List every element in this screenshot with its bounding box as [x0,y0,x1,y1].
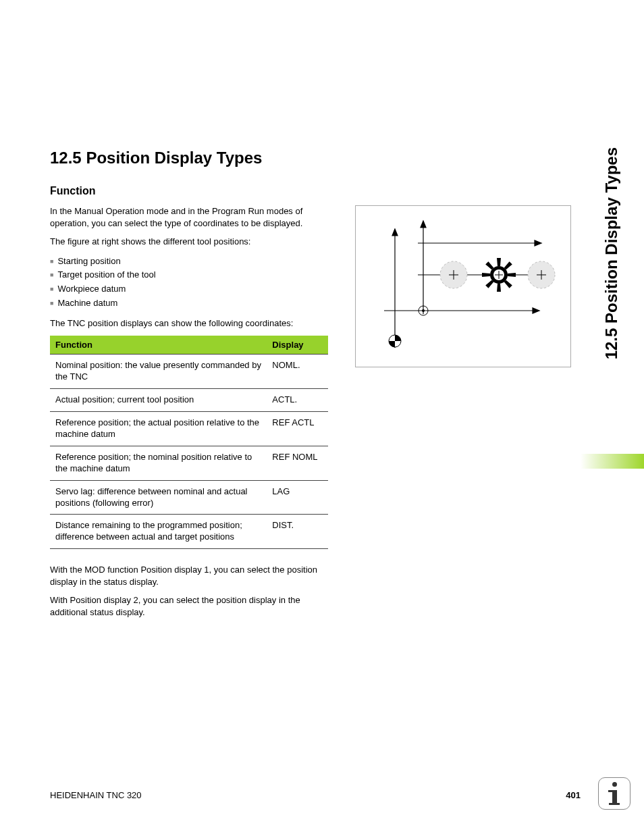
section-heading: 12.5 Position Display Types [50,149,590,167]
closing-paragraph-1: With the MOD function Position display 1… [50,564,328,588]
table-row: Nominal position: the value presently co… [50,355,328,389]
cell-function: Distance remaining to the programmed pos… [50,515,267,549]
list-item: Workpiece datum [50,282,328,296]
intro-paragraph-1: In the Manual Operation mode and in the … [50,205,328,229]
svg-marker-1 [392,229,398,236]
cell-display: ACTL. [267,389,328,412]
cell-function: Servo lag: difference between nominal an… [50,480,267,515]
side-tab-title: 12.5 Position Display Types [602,147,621,359]
cell-function: Actual position; current tool position [50,389,267,412]
cell-function: Reference position; the actual position … [50,412,267,446]
position-bullet-list: Starting position Target position of the… [50,255,328,311]
cell-display: LAG [267,480,328,515]
table-row: Distance remaining to the programmed pos… [50,515,328,549]
list-item: Machine datum [50,296,328,311]
subsection-heading: Function [50,185,590,197]
coordinates-table: Function Display Nominal position: the v… [50,336,328,549]
table-row: Actual position; current tool position A… [50,389,328,412]
closing-paragraph-2: With Position display 2, you can select … [50,594,328,618]
svg-marker-7 [535,240,541,246]
cell-function: Reference position; the nominal position… [50,446,267,480]
page-number: 401 [566,790,581,800]
info-icon [598,777,630,810]
cell-display: REF ACTL [267,412,328,446]
table-row: Reference position; the actual position … [50,412,328,446]
table-row: Servo lag: difference between nominal an… [50,480,328,515]
svg-marker-3 [533,308,539,313]
list-item: Target position of the tool [50,268,328,282]
svg-point-11 [422,309,425,312]
svg-marker-5 [421,221,426,228]
intro-paragraph-2: The figure at right shows the different … [50,236,328,248]
table-header-display: Display [267,336,328,355]
position-figure [355,205,571,367]
cell-function: Nominal position: the value presently co… [50,355,267,389]
cell-display: NOML. [267,355,328,389]
position-diagram-icon [356,206,572,368]
intro-paragraph-3: The TNC position displays can show the f… [50,317,328,330]
table-row: Reference position; the nominal position… [50,446,328,480]
list-item: Starting position [50,255,328,269]
cell-display: REF NOML [267,446,328,480]
footer-product: HEIDENHAIN TNC 320 [50,790,142,800]
cell-display: DIST. [267,515,328,549]
table-header-function: Function [50,336,267,355]
side-accent-bar [581,454,644,469]
